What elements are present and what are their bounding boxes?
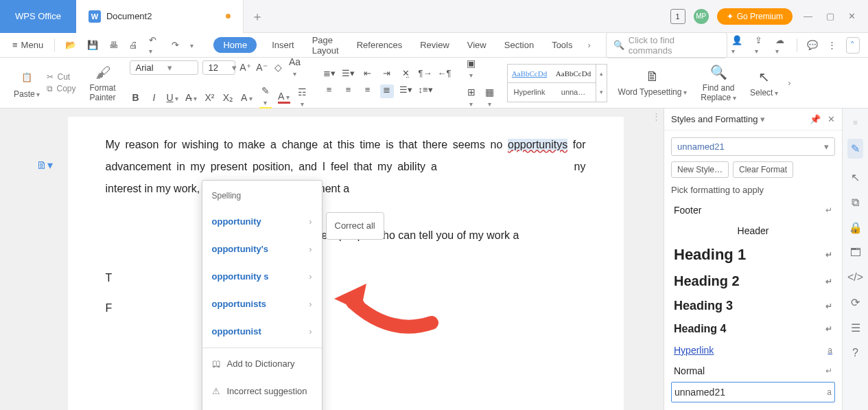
align-center-icon[interactable]: ≡ bbox=[342, 84, 355, 98]
decrease-indent-icon[interactable]: ⇤ bbox=[361, 68, 375, 82]
decrease-font-icon[interactable]: A⁻ bbox=[256, 62, 268, 73]
font-name-select[interactable]: Arial▾ bbox=[130, 60, 198, 75]
style-heading-3[interactable]: Heading 3↵ bbox=[671, 295, 835, 317]
tab-tools[interactable]: Tools bbox=[549, 37, 575, 53]
style-heading-2[interactable]: Heading 2↵ bbox=[671, 269, 835, 293]
page-gutter-icon[interactable]: 🗎▾ bbox=[36, 155, 53, 176]
new-style-button[interactable]: New Style… bbox=[671, 161, 729, 178]
paragraph-layout-icon[interactable]: ▦ bbox=[484, 87, 496, 109]
subscript-icon[interactable]: X₂ bbox=[222, 92, 235, 103]
layout-rail-icon[interactable]: ☰ bbox=[851, 321, 860, 334]
help-rail-icon[interactable]: ? bbox=[852, 347, 858, 359]
print-preview-icon[interactable]: 🖨 bbox=[126, 40, 141, 50]
print-icon[interactable]: 🖶 bbox=[106, 40, 121, 50]
underline-icon[interactable]: U bbox=[167, 92, 179, 103]
align-left-icon[interactable]: ≡ bbox=[322, 84, 336, 98]
word-typesetting-button[interactable]: 🗎 Word Typesetting bbox=[611, 60, 694, 105]
rtl-icon[interactable]: ←¶ bbox=[438, 68, 451, 82]
copy-button[interactable]: ⧉ Copy bbox=[47, 84, 75, 93]
change-case-icon[interactable]: Aa bbox=[289, 56, 301, 78]
clear-format-icon[interactable]: ◇ bbox=[272, 62, 285, 73]
window-maximize[interactable]: ▢ bbox=[823, 11, 837, 21]
pane-toggle-icon[interactable]: ⋮ bbox=[652, 111, 661, 122]
redo-icon[interactable]: ↷ bbox=[168, 40, 183, 50]
styles-rail-icon[interactable]: ✎ bbox=[847, 139, 863, 159]
cut-button[interactable]: ✂ Cut bbox=[47, 72, 75, 82]
more-menu-icon[interactable]: ⋮ bbox=[828, 40, 836, 50]
window-minimize[interactable]: — bbox=[801, 11, 815, 21]
cloud-icon[interactable]: ☁ bbox=[775, 35, 787, 56]
history-rail-icon[interactable]: ⟳ bbox=[851, 296, 860, 309]
open-icon[interactable]: 📂 bbox=[62, 40, 80, 50]
highlight-icon[interactable]: ✎ bbox=[259, 85, 272, 109]
align-justify-icon[interactable]: ≣ bbox=[380, 84, 394, 98]
style-preview-unnamed[interactable]: AaBbCcDd bbox=[552, 65, 596, 83]
numbering-icon[interactable]: ☰▾ bbox=[342, 68, 355, 82]
add-tab-button[interactable]: ＋ bbox=[244, 8, 271, 25]
tab-references[interactable]: References bbox=[354, 37, 405, 53]
font-size-select[interactable]: 12▾ bbox=[202, 60, 235, 75]
line-spacing-icon[interactable]: ↕≡▾ bbox=[419, 84, 432, 98]
find-replace-button[interactable]: 🔍 Find and Replace bbox=[694, 60, 743, 105]
italic-icon[interactable]: I bbox=[148, 92, 161, 103]
strike-icon[interactable]: A̶ bbox=[185, 92, 198, 103]
ribbon-scroll-right[interactable]: › bbox=[785, 78, 793, 88]
suggestion-item[interactable]: opportunity bbox=[202, 208, 322, 236]
clipboard-rail-icon[interactable]: ⧉ bbox=[852, 196, 859, 209]
avatar[interactable]: MP bbox=[694, 9, 709, 24]
borders-icon[interactable]: ⊞ bbox=[465, 87, 478, 109]
sort-icon[interactable]: ✕̤ bbox=[399, 68, 413, 82]
incorrect-suggestion[interactable]: ⚠Incorrect suggestion bbox=[202, 378, 322, 405]
tab-insert[interactable]: Insert bbox=[269, 37, 297, 53]
window-count-badge[interactable]: 1 bbox=[670, 9, 685, 24]
increase-indent-icon[interactable]: ⇥ bbox=[380, 68, 394, 82]
current-style-select[interactable]: unnamed21▾ bbox=[671, 137, 835, 156]
translate-rail-icon[interactable]: 🗔 bbox=[850, 247, 861, 259]
comments-icon[interactable]: 💬 bbox=[807, 40, 818, 50]
window-close[interactable]: ✕ bbox=[845, 11, 858, 21]
font-color-icon[interactable]: A bbox=[278, 91, 290, 104]
style-normal[interactable]: Normal↵ bbox=[671, 361, 835, 380]
go-premium-button[interactable]: ✦ Go Premium bbox=[717, 8, 793, 25]
shading-icon[interactable]: ▣ bbox=[465, 58, 478, 80]
misspelled-word[interactable]: opportunitys bbox=[508, 139, 567, 150]
paste-button[interactable]: Paste bbox=[14, 89, 40, 99]
format-painter-group[interactable]: 🖌 Format Painter bbox=[82, 60, 122, 105]
style-unnamed21[interactable]: unnamed21a bbox=[671, 382, 835, 402]
paste-icon[interactable]: 📋 bbox=[17, 67, 36, 88]
undo-icon[interactable]: ↶ bbox=[145, 35, 164, 56]
tab-section[interactable]: Section bbox=[502, 37, 537, 53]
ignore-item[interactable]: 🗑Ignore› bbox=[202, 405, 322, 410]
correct-all-button[interactable]: Correct all bbox=[326, 212, 384, 240]
suggestion-item[interactable]: opportunity's bbox=[202, 236, 322, 263]
tab-review[interactable]: Review bbox=[417, 37, 452, 53]
bullets-icon[interactable]: ≣▾ bbox=[322, 68, 336, 82]
select-button[interactable]: ↖ Select bbox=[743, 60, 785, 105]
suggestion-item[interactable]: opportunity s bbox=[202, 263, 322, 291]
style-heading-4[interactable]: Heading 4↵ bbox=[671, 319, 835, 339]
tab-page-layout[interactable]: Page Layout bbox=[309, 32, 342, 58]
style-heading-1[interactable]: Heading 1↵ bbox=[671, 242, 835, 268]
command-search[interactable]: 🔍 Click to find commands bbox=[606, 32, 728, 58]
suggestion-item[interactable]: opportunists bbox=[202, 291, 322, 318]
collapse-ribbon-button[interactable]: ˄ bbox=[846, 37, 860, 54]
document-tab[interactable]: W Document2 bbox=[76, 0, 244, 33]
suggestion-item[interactable]: opportunist bbox=[202, 318, 322, 345]
page[interactable]: 🗎▾ My reason for wishing to make a chang… bbox=[68, 117, 624, 410]
styles-scroll-down[interactable]: ▾ bbox=[596, 83, 607, 102]
menu-button[interactable]: ≡ Menu bbox=[8, 38, 47, 52]
styles-scroll-up[interactable]: ▴ bbox=[596, 65, 607, 83]
tab-view[interactable]: View bbox=[465, 37, 489, 53]
style-header[interactable]: Header↵ bbox=[671, 221, 835, 240]
pin-icon[interactable]: 📌 bbox=[810, 114, 821, 124]
bold-icon[interactable]: B bbox=[130, 92, 142, 103]
share-icon[interactable]: 👤 bbox=[731, 35, 745, 56]
style-hyperlink[interactable]: Hyperlinka bbox=[671, 341, 835, 360]
tab-home[interactable]: Home bbox=[213, 37, 257, 53]
text-effects-icon[interactable]: A bbox=[241, 92, 253, 103]
increase-font-icon[interactable]: A⁺ bbox=[239, 62, 252, 73]
wps-tab[interactable]: WPS Office bbox=[0, 0, 76, 33]
distribute-icon[interactable]: ☰▾ bbox=[399, 84, 413, 98]
export-icon[interactable]: ⇪ bbox=[755, 35, 766, 56]
code-rail-icon[interactable]: </> bbox=[847, 271, 863, 284]
